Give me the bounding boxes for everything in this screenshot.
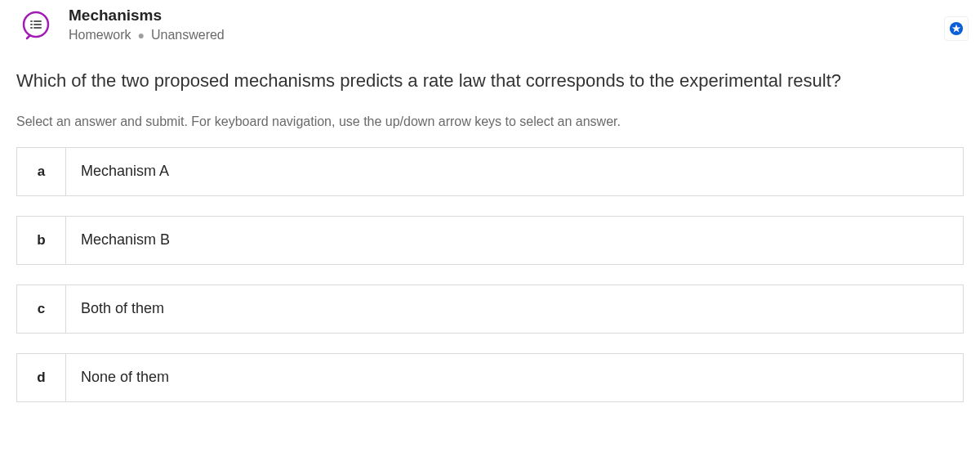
multiple-choice-icon [18,7,54,43]
option-b[interactable]: b Mechanism B [16,216,964,265]
question-meta: Homework ● Unanswered [69,28,225,43]
meta-status: Unanswered [151,28,225,43]
option-text: None of them [66,369,169,386]
option-a[interactable]: a Mechanism A [16,147,964,196]
options-list: a Mechanism A b Mechanism B c Both of th… [0,129,980,402]
option-text: Mechanism B [66,231,170,249]
option-letter: c [17,285,66,333]
option-text: Both of them [66,300,164,317]
meta-separator-dot: ● [137,29,144,41]
option-letter: a [17,148,66,195]
option-text: Mechanism A [66,163,169,180]
meta-category: Homework [69,28,131,43]
title-block: Mechanisms Homework ● Unanswered [69,7,225,43]
star-icon [949,21,964,36]
option-letter: b [17,217,66,264]
option-d[interactable]: d None of them [16,353,964,402]
question-text: Which of the two proposed mechanisms pre… [0,49,980,93]
question-title: Mechanisms [69,7,225,25]
instruction-text: Select an answer and submit. For keyboar… [0,93,980,129]
option-c[interactable]: c Both of them [16,285,964,334]
option-letter: d [17,354,66,401]
favorite-button[interactable] [944,16,969,41]
question-header: Mechanisms Homework ● Unanswered [0,0,980,49]
